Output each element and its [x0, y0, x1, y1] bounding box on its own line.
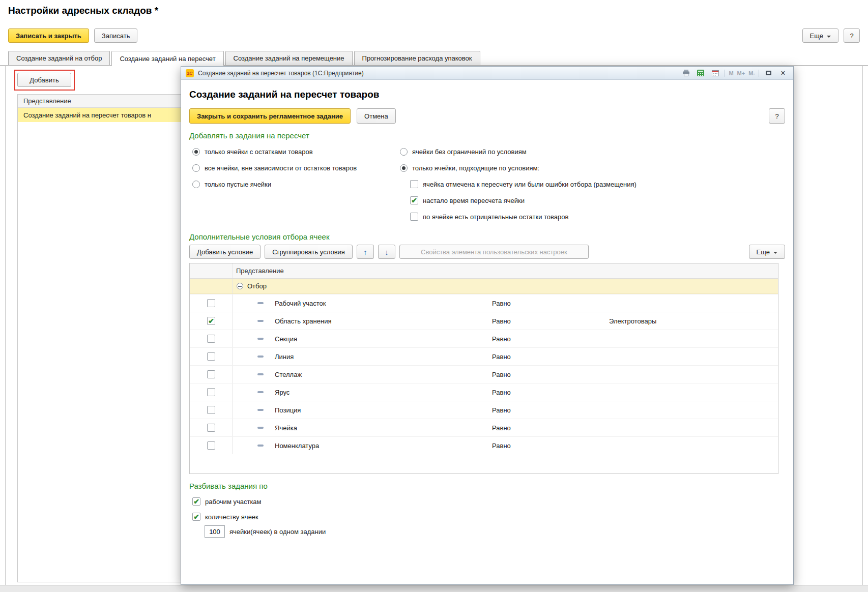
row-checkbox[interactable]	[207, 406, 215, 414]
table-empty-space	[190, 454, 778, 473]
condition-row[interactable]: Ярус Равно	[190, 383, 778, 401]
radio-empty-cells-only[interactable]	[192, 181, 200, 188]
cells-per-task-label: ячейки(ячеек) в одном задании	[229, 528, 326, 536]
row-checkbox[interactable]	[207, 370, 215, 378]
radio-cells-with-stock[interactable]	[192, 148, 200, 156]
maximize-icon[interactable]	[763, 69, 774, 78]
radio-label: только пустые ячейки	[205, 181, 271, 188]
dialog-help-button[interactable]: ?	[769, 108, 785, 124]
filter-group-row[interactable]: Отбор	[190, 279, 778, 294]
calculator-icon[interactable]	[695, 69, 706, 78]
add-condition-button[interactable]: Добавить условие	[189, 245, 261, 259]
more-button[interactable]: Еще	[802, 28, 838, 43]
checkbox-label: рабочим участкам	[205, 498, 262, 506]
titlebar-separator	[759, 70, 759, 77]
memory-m-plus-button[interactable]: M+	[737, 70, 745, 76]
condition-item-icon	[257, 445, 264, 447]
condition-row[interactable]: Ячейка Равно	[190, 419, 778, 436]
condition-row[interactable]: Область хранения Равно Электротовары	[190, 312, 778, 330]
options-right-column: ячейки без ограничений по условиям тольк…	[397, 143, 785, 225]
collapse-group-icon[interactable]	[237, 283, 243, 289]
checkbox-by-work-areas[interactable]	[192, 497, 200, 506]
condition-item-icon	[257, 338, 264, 340]
tabbar: Создание заданий на отбор Создание задан…	[8, 51, 480, 66]
option-row: только пустые ячейки	[192, 176, 397, 192]
row-checkbox[interactable]	[207, 335, 215, 343]
print-icon[interactable]	[680, 69, 691, 78]
condition-row[interactable]: Номенклатура Равно	[190, 436, 778, 454]
condition-value	[607, 330, 778, 347]
save-and-close-button[interactable]: Записать и закрыть	[8, 28, 89, 43]
split-option-row: количеству ячеек	[189, 509, 785, 524]
condition-item-icon	[257, 409, 264, 411]
condition-item-icon	[257, 427, 264, 429]
close-icon[interactable]	[777, 69, 789, 78]
condition-field: Ярус	[275, 389, 290, 396]
tab-create-move-tasks[interactable]: Создание заданий на перемещение	[225, 51, 353, 65]
save-button[interactable]: Записать	[94, 28, 138, 43]
checkbox-marked-for-recount[interactable]	[410, 180, 418, 188]
row-checkbox[interactable]	[207, 317, 215, 325]
condition-field: Позиция	[275, 406, 301, 414]
checkbox-recount-time-due[interactable]	[410, 196, 418, 204]
help-button[interactable]: ?	[844, 28, 860, 43]
add-button[interactable]: Добавить	[17, 73, 71, 87]
checkbox-label: ячейка отмечена к пересчету или были оши…	[423, 181, 636, 188]
tab-create-recount-tasks[interactable]: Создание заданий на пересчет	[111, 51, 223, 66]
condition-value: Электротовары	[607, 312, 778, 330]
condition-field: Стеллаж	[275, 371, 302, 378]
column-header-representation[interactable]: Представление	[233, 263, 284, 278]
conditions-toolbar: Добавить условие Сгруппировать условия ↑…	[189, 245, 785, 259]
row-checkbox[interactable]	[207, 424, 215, 432]
dialog-create-recount-tasks: Создание заданий на пересчет товаров (1С…	[181, 66, 794, 585]
chevron-down-icon	[773, 252, 777, 256]
condition-row[interactable]: Секция Равно	[190, 330, 778, 347]
radio-cells-no-conditions[interactable]	[400, 148, 408, 156]
row-checkbox[interactable]	[207, 441, 215, 450]
1c-app-icon	[186, 69, 194, 77]
move-up-button[interactable]: ↑	[357, 245, 374, 259]
tab-create-pick-tasks[interactable]: Создание заданий на отбор	[8, 51, 110, 65]
dialog-titlebar[interactable]: Создание заданий на пересчет товаров (1С…	[181, 67, 793, 80]
arrow-down-icon: ↓	[385, 248, 389, 256]
conditions-more-button[interactable]: Еще	[749, 245, 785, 259]
calendar-icon[interactable]	[710, 69, 721, 78]
radio-label: только ячейки, подходящие по условиям:	[412, 164, 539, 172]
group-conditions-button[interactable]: Сгруппировать условия	[265, 245, 353, 259]
condition-row[interactable]: Позиция Равно	[190, 401, 778, 419]
tab-packaging-forecast[interactable]: Прогнозирование расхода упаковок	[354, 51, 480, 65]
row-checkbox[interactable]	[207, 352, 215, 361]
checkbox-negative-stock[interactable]	[410, 213, 418, 221]
condition-row[interactable]: Рабочий участок Равно	[190, 294, 778, 312]
checkbox-by-cell-count[interactable]	[192, 513, 200, 521]
checkbox-label: количеству ячеек	[205, 513, 258, 521]
condition-item-icon	[257, 391, 264, 393]
user-settings-properties-button[interactable]: Свойства элемента пользовательских настр…	[399, 245, 589, 259]
option-row: только ячейки, подходящие по условиям:	[400, 160, 785, 176]
condition-item-icon	[257, 373, 264, 375]
condition-value	[607, 419, 778, 436]
condition-item-icon	[257, 302, 264, 304]
radio-label: только ячейки с остатками товаров	[205, 148, 313, 156]
recount-options: только ячейки с остатками товаров все яч…	[189, 143, 785, 225]
condition-operator: Равно	[490, 348, 607, 365]
radio-all-cells[interactable]	[192, 164, 200, 172]
condition-row[interactable]: Линия Равно	[190, 347, 778, 365]
row-checkbox[interactable]	[207, 299, 215, 307]
cancel-button[interactable]: Отмена	[357, 108, 396, 124]
condition-row[interactable]: Стеллаж Равно	[190, 365, 778, 383]
move-down-button[interactable]: ↓	[378, 245, 395, 259]
radio-cells-matching-conditions[interactable]	[400, 164, 408, 172]
condition-operator: Равно	[490, 366, 607, 383]
condition-operator: Равно	[490, 401, 607, 419]
split-option-row: рабочим участкам	[189, 494, 785, 509]
cells-per-task-input[interactable]	[205, 525, 225, 538]
close-and-save-job-button[interactable]: Закрыть и сохранить регламентное задание	[189, 108, 351, 124]
group-row-label: Отбор	[247, 282, 267, 290]
more-button-label: Еще	[810, 32, 823, 40]
condition-field: Секция	[275, 335, 297, 343]
memory-m-button[interactable]: M	[729, 70, 733, 76]
row-checkbox[interactable]	[207, 388, 215, 396]
memory-m-minus-button[interactable]: M-	[748, 70, 755, 76]
checkbox-column-header[interactable]	[190, 263, 233, 278]
